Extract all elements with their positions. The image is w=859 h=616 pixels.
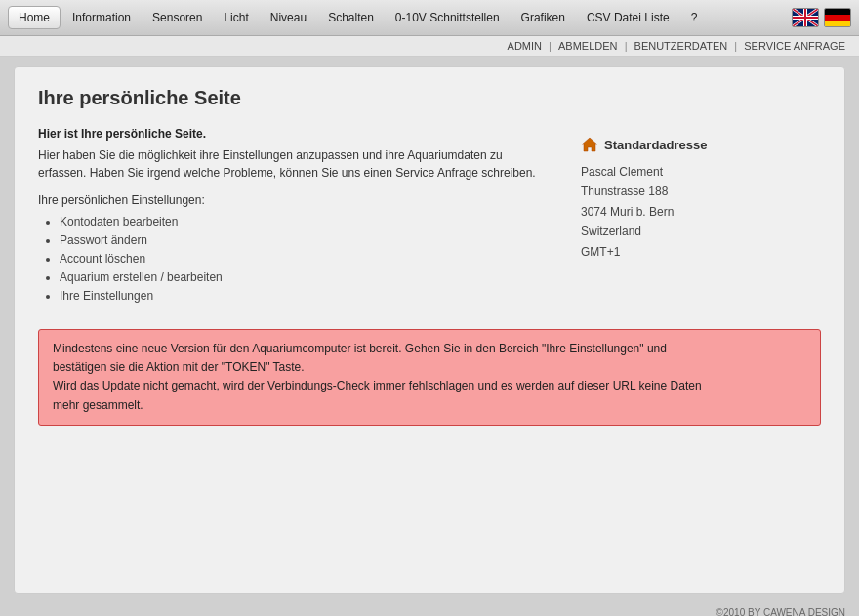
address-timezone: GMT+1 <box>581 242 807 262</box>
alert-line4: mehr gesammelt. <box>53 396 806 415</box>
nav-csv[interactable]: CSV Datei Liste <box>577 7 679 28</box>
sep1: | <box>549 40 552 52</box>
abmelden-label[interactable]: ABMELDEN <box>558 40 618 52</box>
nav-schalten[interactable]: Schalten <box>318 7 384 28</box>
nav-schnittstellen[interactable]: 0-10V Schnittstellen <box>386 7 510 28</box>
alert-box: Mindestens eine neue Version für den Aqu… <box>38 329 821 426</box>
list-item[interactable]: Kontodaten bearbeiten <box>60 215 538 228</box>
sep3: | <box>734 40 737 52</box>
address-city: 3074 Muri b. Bern <box>581 202 807 222</box>
svg-rect-11 <box>825 21 850 26</box>
list-item[interactable]: Account löschen <box>60 252 538 266</box>
address-title: Standardadresse <box>604 138 708 152</box>
settings-list: Kontodaten bearbeiten Passwort ändern Ac… <box>38 215 538 303</box>
address-street: Thunstrasse 188 <box>581 182 807 201</box>
flag-de-button[interactable] <box>824 8 851 27</box>
intro-bold: Hier ist Ihre persönliche Seite. <box>38 127 538 141</box>
address-name: Pascal Clement <box>581 162 807 182</box>
main-content: Ihre persönliche Seite Hier ist Ihre per… <box>14 66 845 594</box>
list-item[interactable]: Ihre Einstellungen <box>60 289 538 303</box>
alert-line2: bestätigen sie die Aktion mit der "TOKEN… <box>53 358 806 377</box>
svg-rect-9 <box>825 9 850 15</box>
page-title: Ihre persönliche Seite <box>38 87 821 109</box>
nav-information[interactable]: Information <box>62 7 141 28</box>
navbar: Home Information Sensoren Licht Niveau S… <box>0 0 859 36</box>
footer: ©2010 BY CAWENA DESIGN <box>0 603 859 616</box>
flag-uk-button[interactable] <box>792 8 819 27</box>
address-country: Switzerland <box>581 222 807 241</box>
settings-label: Ihre persönlichen Einstellungen: <box>38 193 538 207</box>
userbar: ADMIN | ABMELDEN | BENUTZERDATEN | SERVI… <box>0 36 859 57</box>
address-header: Standardadresse <box>581 137 807 152</box>
nav-sensoren[interactable]: Sensoren <box>143 7 212 28</box>
nav-niveau[interactable]: Niveau <box>261 7 316 28</box>
content-row: Hier ist Ihre persönliche Seite. Hier ha… <box>38 127 821 308</box>
footer-text: ©2010 BY CAWENA DESIGN <box>716 607 845 616</box>
list-item[interactable]: Passwort ändern <box>60 233 538 247</box>
sep2: | <box>625 40 628 52</box>
nav-help[interactable]: ? <box>681 7 708 28</box>
svg-rect-10 <box>825 15 850 21</box>
house-icon <box>581 137 598 152</box>
address-box: Standardadresse Pascal Clement Thunstras… <box>567 127 821 271</box>
admin-label[interactable]: ADMIN <box>508 40 542 52</box>
benutzerdaten-label[interactable]: BENUTZERDATEN <box>634 40 728 52</box>
svg-marker-12 <box>582 138 597 151</box>
list-item[interactable]: Aquarium erstellen / bearbeiten <box>60 270 538 284</box>
intro-text: Hier haben Sie die möglichkeit ihre Eins… <box>38 146 538 182</box>
svg-rect-8 <box>793 17 818 19</box>
alert-line3: Wird das Update nicht gemacht, wird der … <box>53 377 806 395</box>
left-column: Hier ist Ihre persönliche Seite. Hier ha… <box>38 127 538 308</box>
service-label[interactable]: SERVICE ANFRAGE <box>744 40 845 52</box>
alert-line1: Mindestens eine neue Version für den Aqu… <box>53 340 806 358</box>
nav-grafiken[interactable]: Grafiken <box>511 7 575 28</box>
right-column: Standardadresse Pascal Clement Thunstras… <box>567 127 821 271</box>
nav-licht[interactable]: Licht <box>214 7 258 28</box>
nav-home[interactable]: Home <box>8 6 61 29</box>
